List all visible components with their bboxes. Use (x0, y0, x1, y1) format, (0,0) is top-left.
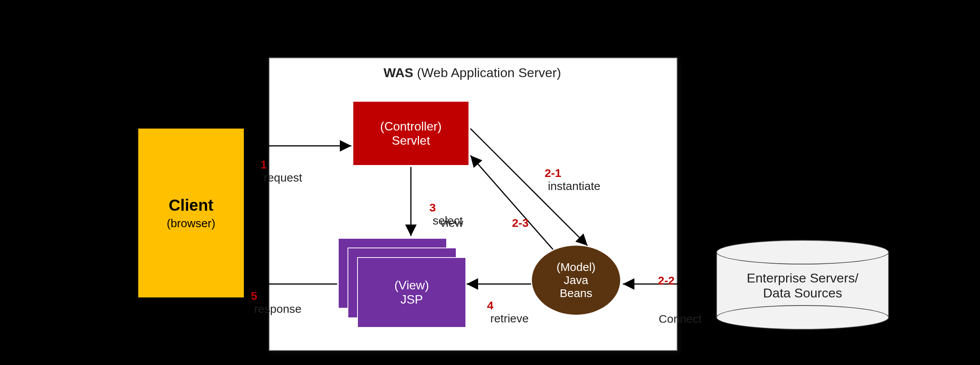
step-2-2: 2-2 (658, 274, 674, 287)
label-select-view-2: view (440, 216, 463, 229)
label-request: 1 request (248, 145, 302, 197)
step-4: 4 (487, 299, 493, 312)
label-request-text: request (264, 171, 302, 184)
diagram-stage: WAS (Web Application Server) (Controller… (0, 0, 980, 365)
label-response-text: response (254, 302, 301, 315)
step-2-3: 2-3 (512, 216, 528, 229)
label-2-3: 2-3 (499, 203, 529, 243)
step-5: 5 (251, 289, 257, 302)
step-2-1: 2-1 (545, 167, 561, 179)
label-connect: Connect (646, 299, 702, 339)
label-response: 5 response (238, 276, 301, 329)
label-retrieve: 4 retrieve (474, 286, 529, 338)
label-instantiate-text: instantiate (548, 180, 601, 192)
label-instantiate: 2-1 instantiate (532, 154, 600, 206)
label-select-view-line2: view (427, 203, 463, 243)
label-2-2: 2-2 (645, 261, 675, 300)
label-retrieve-text: retrieve (490, 312, 529, 325)
label-connect-text: Connect (659, 312, 702, 325)
step-1: 1 (260, 158, 267, 171)
